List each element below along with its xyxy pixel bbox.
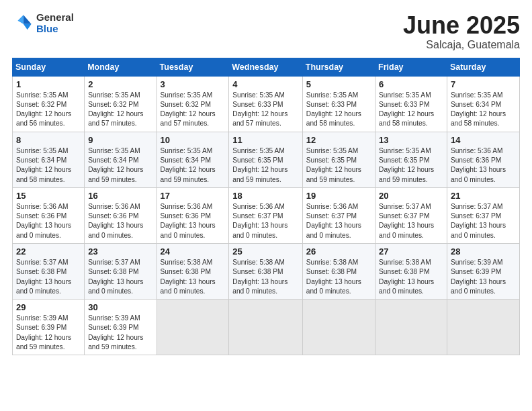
header-thursday: Thursday: [302, 58, 375, 76]
table-row: [302, 300, 375, 355]
day-detail: Sunrise: 5:35 AM Sunset: 6:34 PM Dayligh…: [161, 146, 226, 185]
logo-blue: Blue: [36, 24, 74, 35]
title-block: June 2025 Salcaja, Guatemala: [403, 12, 520, 51]
day-number: 23: [88, 246, 152, 257]
day-detail: Sunrise: 5:37 AM Sunset: 6:37 PM Dayligh…: [379, 202, 443, 240]
day-number: 4: [232, 79, 299, 89]
day-detail: Sunrise: 5:37 AM Sunset: 6:37 PM Dayligh…: [451, 202, 516, 240]
logo: General Blue: [12, 12, 74, 34]
day-number: 27: [379, 246, 443, 257]
day-detail: Sunrise: 5:36 AM Sunset: 6:37 PM Dayligh…: [306, 202, 371, 240]
table-row: 23Sunrise: 5:37 AM Sunset: 6:38 PM Dayli…: [85, 243, 157, 299]
table-row: 11Sunrise: 5:35 AM Sunset: 6:35 PM Dayli…: [229, 132, 303, 187]
day-detail: Sunrise: 5:38 AM Sunset: 6:38 PM Dayligh…: [379, 258, 443, 296]
table-row: 29Sunrise: 5:39 AM Sunset: 6:39 PM Dayli…: [13, 300, 85, 355]
day-detail: Sunrise: 5:38 AM Sunset: 6:38 PM Dayligh…: [306, 258, 371, 296]
day-number: 5: [306, 79, 371, 89]
logo-icon: [12, 13, 34, 34]
header-monday: Monday: [85, 58, 157, 76]
table-row: 20Sunrise: 5:37 AM Sunset: 6:37 PM Dayli…: [375, 187, 447, 243]
calendar: Sunday Monday Tuesday Wednesday Thursday…: [12, 58, 520, 356]
day-number: 1: [16, 79, 81, 89]
day-number: 7: [451, 79, 516, 89]
day-number: 11: [232, 135, 299, 145]
table-row: 13Sunrise: 5:35 AM Sunset: 6:35 PM Dayli…: [375, 132, 447, 187]
day-number: 28: [451, 246, 516, 257]
svg-marker-0: [24, 15, 32, 24]
day-number: 24: [161, 246, 226, 257]
table-row: 8Sunrise: 5:35 AM Sunset: 6:34 PM Daylig…: [13, 132, 85, 187]
day-detail: Sunrise: 5:35 AM Sunset: 6:34 PM Dayligh…: [88, 146, 152, 185]
day-detail: Sunrise: 5:36 AM Sunset: 6:36 PM Dayligh…: [451, 146, 516, 185]
day-number: 30: [88, 302, 152, 312]
day-detail: Sunrise: 5:35 AM Sunset: 6:33 PM Dayligh…: [232, 91, 299, 129]
day-detail: Sunrise: 5:36 AM Sunset: 6:36 PM Dayligh…: [88, 202, 152, 240]
table-row: 2Sunrise: 5:35 AM Sunset: 6:32 PM Daylig…: [85, 76, 157, 132]
day-number: 13: [379, 135, 443, 145]
day-detail: Sunrise: 5:36 AM Sunset: 6:36 PM Dayligh…: [161, 202, 226, 240]
day-detail: Sunrise: 5:35 AM Sunset: 6:35 PM Dayligh…: [306, 146, 371, 185]
day-number: 18: [232, 191, 299, 201]
table-row: 7Sunrise: 5:35 AM Sunset: 6:34 PM Daylig…: [447, 76, 519, 132]
table-row: 17Sunrise: 5:36 AM Sunset: 6:36 PM Dayli…: [157, 187, 229, 243]
header-sunday: Sunday: [13, 58, 85, 76]
day-detail: Sunrise: 5:35 AM Sunset: 6:33 PM Dayligh…: [379, 91, 443, 129]
header-saturday: Saturday: [447, 58, 519, 76]
calendar-header-row: Sunday Monday Tuesday Wednesday Thursday…: [13, 58, 520, 76]
table-row: 3Sunrise: 5:35 AM Sunset: 6:32 PM Daylig…: [157, 76, 229, 132]
table-row: 6Sunrise: 5:35 AM Sunset: 6:33 PM Daylig…: [375, 76, 447, 132]
title-location: Salcaja, Guatemala: [403, 39, 520, 51]
table-row: 22Sunrise: 5:37 AM Sunset: 6:38 PM Dayli…: [13, 243, 85, 299]
table-row: 28Sunrise: 5:39 AM Sunset: 6:39 PM Dayli…: [447, 243, 519, 299]
table-row: 19Sunrise: 5:36 AM Sunset: 6:37 PM Dayli…: [302, 187, 375, 243]
day-detail: Sunrise: 5:39 AM Sunset: 6:39 PM Dayligh…: [16, 314, 81, 352]
day-number: 14: [451, 135, 516, 145]
table-row: 14Sunrise: 5:36 AM Sunset: 6:36 PM Dayli…: [447, 132, 519, 187]
day-detail: Sunrise: 5:35 AM Sunset: 6:34 PM Dayligh…: [451, 91, 516, 129]
table-row: 21Sunrise: 5:37 AM Sunset: 6:37 PM Dayli…: [447, 187, 519, 243]
table-row: [157, 300, 229, 355]
day-detail: Sunrise: 5:38 AM Sunset: 6:38 PM Dayligh…: [161, 258, 226, 296]
day-number: 3: [161, 79, 226, 89]
logo-text: General Blue: [36, 12, 74, 34]
table-row: 15Sunrise: 5:36 AM Sunset: 6:36 PM Dayli…: [13, 187, 85, 243]
header: General Blue June 2025 Salcaja, Guatemal…: [12, 12, 520, 51]
header-wednesday: Wednesday: [229, 58, 303, 76]
day-number: 17: [161, 191, 226, 201]
day-number: 8: [16, 135, 81, 145]
day-detail: Sunrise: 5:38 AM Sunset: 6:38 PM Dayligh…: [232, 258, 299, 296]
header-friday: Friday: [375, 58, 447, 76]
table-row: 4Sunrise: 5:35 AM Sunset: 6:33 PM Daylig…: [229, 76, 303, 132]
day-number: 26: [306, 246, 371, 257]
day-number: 6: [379, 79, 443, 89]
page: General Blue June 2025 Salcaja, Guatemal…: [0, 0, 532, 411]
table-row: 26Sunrise: 5:38 AM Sunset: 6:38 PM Dayli…: [302, 243, 375, 299]
day-number: 22: [16, 246, 81, 257]
day-number: 16: [88, 191, 152, 201]
table-row: [229, 300, 303, 355]
day-detail: Sunrise: 5:36 AM Sunset: 6:37 PM Dayligh…: [232, 202, 299, 240]
table-row: 27Sunrise: 5:38 AM Sunset: 6:38 PM Dayli…: [375, 243, 447, 299]
table-row: 10Sunrise: 5:35 AM Sunset: 6:34 PM Dayli…: [157, 132, 229, 187]
table-row: 9Sunrise: 5:35 AM Sunset: 6:34 PM Daylig…: [85, 132, 157, 187]
day-number: 25: [232, 246, 299, 257]
day-detail: Sunrise: 5:37 AM Sunset: 6:38 PM Dayligh…: [88, 258, 152, 296]
day-detail: Sunrise: 5:35 AM Sunset: 6:32 PM Dayligh…: [161, 91, 226, 129]
day-detail: Sunrise: 5:35 AM Sunset: 6:32 PM Dayligh…: [16, 91, 81, 129]
logo-general: General: [36, 12, 74, 24]
day-number: 20: [379, 191, 443, 201]
table-row: 1Sunrise: 5:35 AM Sunset: 6:32 PM Daylig…: [13, 76, 85, 132]
day-number: 19: [306, 191, 371, 201]
day-number: 9: [88, 135, 152, 145]
table-row: [375, 300, 447, 355]
table-row: 16Sunrise: 5:36 AM Sunset: 6:36 PM Dayli…: [85, 187, 157, 243]
day-detail: Sunrise: 5:39 AM Sunset: 6:39 PM Dayligh…: [88, 314, 152, 352]
day-number: 21: [451, 191, 516, 201]
table-row: 5Sunrise: 5:35 AM Sunset: 6:33 PM Daylig…: [302, 76, 375, 132]
day-detail: Sunrise: 5:37 AM Sunset: 6:38 PM Dayligh…: [16, 258, 81, 296]
svg-marker-1: [24, 24, 32, 29]
table-row: 18Sunrise: 5:36 AM Sunset: 6:37 PM Dayli…: [229, 187, 303, 243]
table-row: 30Sunrise: 5:39 AM Sunset: 6:39 PM Dayli…: [85, 300, 157, 355]
day-detail: Sunrise: 5:35 AM Sunset: 6:34 PM Dayligh…: [16, 146, 81, 185]
table-row: 12Sunrise: 5:35 AM Sunset: 6:35 PM Dayli…: [302, 132, 375, 187]
